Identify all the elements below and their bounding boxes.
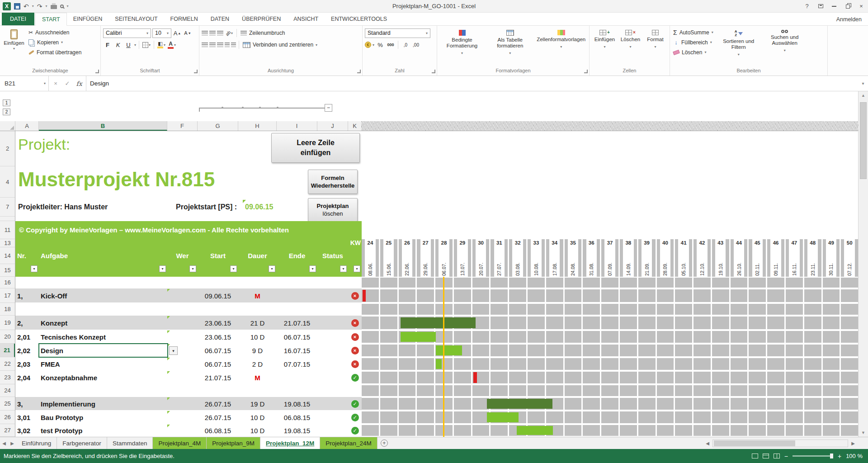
find-select-button[interactable]: Suchen und Auswählen▾ [763,28,807,67]
formula-input[interactable]: Design [86,76,858,91]
comma-style-button[interactable]: 000 [386,40,395,50]
row-header-15[interactable]: 15 [0,264,15,277]
sheet-tab-projektplan_9m[interactable]: Projektplan_9M [207,437,260,449]
cell-task[interactable]: Bau Prototyp [41,411,165,424]
cell-start[interactable]: 23.06.15 [198,330,238,344]
page-layout-view-icon[interactable] [763,454,769,458]
decrease-indent-icon[interactable] [225,43,230,47]
cell-task[interactable]: Konzept [41,316,165,330]
filter-button[interactable]: ▾ [159,265,166,272]
cell-end[interactable]: 19.08.15 [277,397,317,411]
clipboard-dialog-launcher-icon[interactable] [95,70,99,73]
alignment-dialog-launcher-icon[interactable] [357,70,361,73]
previous-sheet-icon[interactable]: ◀ [0,437,8,449]
paste-button[interactable]: Einfügen ▾ [2,28,26,67]
cell-duration[interactable]: M [238,371,277,384]
select-all-button[interactable] [0,121,15,131]
row-header-2[interactable]: 2 [0,131,15,166]
redo-icon[interactable]: ↷ [37,3,42,9]
undo-icon[interactable]: ↶ [24,3,29,9]
cell-start[interactable]: 26.07.15 [198,411,238,424]
cell-nr[interactable]: 3,01 [17,411,38,424]
restore-button[interactable] [841,0,854,13]
row-header-25[interactable]: 25 [0,397,15,411]
autosum-button[interactable]: ΣAutoSumme▾ [672,28,714,37]
styles-dialog-launcher-icon[interactable] [584,70,588,73]
ribbon-tab-start[interactable]: START [35,13,67,26]
zoom-level[interactable]: 100 % [846,453,863,459]
sheet-tab-farbgenerator[interactable]: Farbgenerator [57,437,107,449]
cell-status[interactable]: ✓ [348,411,362,424]
cell-task[interactable]: Kick-Off [41,288,165,303]
increase-decimal-button[interactable]: ,0 [401,40,410,50]
borders-button[interactable]: ▾ [142,40,151,50]
cell-duration[interactable]: 2 D [238,357,277,371]
cell-end[interactable]: 19.08.15 [277,424,317,437]
cell-nr[interactable]: 3, [17,397,38,411]
cell-task[interactable]: test Prototyp [41,424,165,437]
cell-styles-button[interactable]: Zellenformatvorlagen▾ [535,28,587,67]
row-header-22[interactable]: 22 [0,357,15,371]
cell-nr[interactable]: 2,02 [17,344,38,357]
cell-end[interactable]: 16.07.15 [277,344,317,357]
cell-start[interactable]: 06.07.15 [198,344,238,357]
scroll-left-icon[interactable]: ◀ [703,441,712,446]
minimize-button[interactable] [827,0,841,13]
scroll-up-icon[interactable]: ▲ [859,93,868,98]
close-button[interactable]: × [854,0,868,13]
row-header-4[interactable]: 4 [0,166,15,198]
cell-status[interactable]: ✓ [348,424,362,437]
cell-duration[interactable]: 19 D [238,397,277,411]
collapse-group-button[interactable]: − [325,104,332,112]
font-size-combobox[interactable]: 10▾ [152,28,171,38]
cell-duration[interactable]: 10 D [238,330,277,344]
outline-level-2-button[interactable]: 2 [3,109,10,115]
format-as-table-button[interactable]: Als Tabelle formatieren▾ [488,28,532,67]
cell-start[interactable]: 23.06.15 [198,316,238,330]
filter-button[interactable]: ▾ [189,265,196,272]
cell-status[interactable]: ✓ [348,371,362,384]
cell-status[interactable]: × [348,330,362,344]
sheet-tab-projektplan_24m[interactable]: Projektplan_24M [320,437,377,449]
cell-duration[interactable]: 21 D [238,316,277,330]
cell-end[interactable]: 07.07.15 [277,357,317,371]
cell-status[interactable]: × [348,288,362,303]
row-header-11[interactable]: 11 [0,221,15,239]
delete-plan-button[interactable]: Projektplan löschen [308,198,358,222]
cell-nr[interactable]: 2,04 [17,371,38,384]
help-button[interactable]: ? [800,0,814,13]
wrap-text-button[interactable]: Zeilenumbruch [240,28,286,38]
validation-dropdown-button[interactable]: ▾ [169,346,178,355]
cell-start[interactable]: 21.07.15 [198,371,238,384]
zoom-in-icon[interactable]: + [838,453,841,459]
align-bottom-icon[interactable] [217,31,223,36]
row-header-21[interactable]: 21 [0,344,15,357]
new-sheet-button[interactable]: + [377,437,391,449]
clear-button[interactable]: Löschen▾ [672,47,714,57]
row-header-27[interactable]: 27 [0,424,15,437]
align-top-icon[interactable] [202,31,208,36]
column-header-b[interactable]: B [39,121,167,131]
currency-icon[interactable]: € [365,42,371,48]
row-header-24[interactable]: 24 [0,384,15,397]
column-header-h[interactable]: H [238,121,277,131]
column-header-i[interactable]: I [277,121,317,131]
ribbon-tab-entwicklertools[interactable]: ENTWICKLERTOOLS [325,13,393,25]
ribbon-tab-formeln[interactable]: FORMELN [164,13,204,25]
decrease-font-icon[interactable]: A▼ [183,28,192,38]
align-right-icon[interactable] [217,43,223,47]
save-icon[interactable] [14,3,20,9]
column-header-j[interactable]: J [317,121,348,131]
cell-nr[interactable]: 2,03 [17,357,38,371]
cell-end[interactable]: 21.07.15 [277,316,317,330]
ribbon-tab-ansicht[interactable]: ANSICHT [287,13,325,25]
horizontal-scrollbar[interactable]: ◀ ▶ [703,437,868,449]
sheet-tab-projektplan_4m[interactable]: Projektplan_4M [153,437,207,449]
filter-button[interactable]: ▾ [309,265,316,272]
filter-button[interactable]: ▾ [31,265,38,272]
merge-center-button[interactable]: Verbinden und zentrieren▾ [242,40,318,50]
percent-style-button[interactable]: % [376,40,385,50]
column-header-a[interactable]: A [15,121,39,131]
filter-button[interactable]: ▾ [230,265,237,272]
format-cells-button[interactable]: Format▾ [645,28,666,67]
